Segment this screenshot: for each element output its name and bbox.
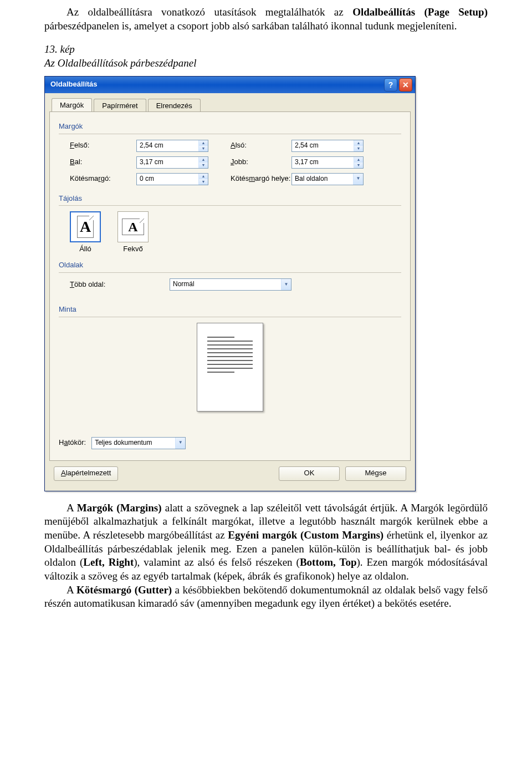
label-gutter-pos: Kötésmargó helye: <box>208 174 291 184</box>
tab-panel-margins: Margók Felső: 2,54 cm ▲▼ Alsó: 2,54 cm ▲… <box>49 111 411 461</box>
select-multi-pages[interactable]: Normál ▼ <box>170 278 291 291</box>
dialog-titlebar[interactable]: Oldalbeállítás ? ✕ <box>45 77 415 93</box>
input-bottom-margin[interactable]: 2,54 cm ▲▼ <box>291 140 364 152</box>
label-bottom: Alsó: <box>208 141 291 150</box>
chevron-down-icon[interactable]: ▼ <box>281 279 291 290</box>
spin-up-icon[interactable]: ▲ <box>199 174 208 179</box>
close-icon[interactable]: ✕ <box>399 78 412 92</box>
orientation-landscape[interactable]: A Fekvő <box>117 211 149 254</box>
chevron-down-icon[interactable]: ▼ <box>175 438 185 449</box>
spin-up-icon[interactable]: ▲ <box>354 157 363 163</box>
select-scope[interactable]: Teljes dokumentum ▼ <box>91 437 186 449</box>
paragraph-1: Az oldalbeállításra vonatkozó utasítások… <box>44 6 488 33</box>
spin-down-icon[interactable]: ▼ <box>199 163 208 168</box>
page-preview-icon <box>197 323 263 412</box>
spin-up-icon[interactable]: ▲ <box>199 140 208 146</box>
chevron-down-icon[interactable]: ▼ <box>353 174 363 185</box>
dialog-title: Oldalbeállítás <box>50 80 382 89</box>
paragraph-2: A Margók (Margins) alatt a szövegnek a l… <box>44 501 488 583</box>
ok-button[interactable]: OK <box>279 466 340 481</box>
section-orientation-label: Tájolás <box>59 194 401 204</box>
tab-margins[interactable]: Margók <box>52 98 92 113</box>
input-top-margin[interactable]: 2,54 cm ▲▼ <box>136 140 208 152</box>
label-multi-pages: Több oldal: <box>70 280 170 290</box>
figure-caption: 13. kép Az Oldalbeállítások párbeszédpan… <box>44 43 488 70</box>
input-gutter[interactable]: 0 cm ▲▼ <box>136 173 208 185</box>
section-margins-label: Margók <box>59 122 401 131</box>
paragraph-3: A Kötésmargó (Gutter) a későbbiekben bek… <box>44 583 488 611</box>
input-left-margin[interactable]: 3,17 cm ▲▼ <box>136 156 208 169</box>
label-scope: Hatókör: <box>59 438 86 448</box>
spin-down-icon[interactable]: ▼ <box>354 163 363 168</box>
portrait-icon: A <box>70 211 101 242</box>
spin-up-icon[interactable]: ▲ <box>199 157 208 163</box>
page-setup-dialog: Oldalbeállítás ? ✕ Margók Papírméret Elr… <box>44 76 416 491</box>
input-right-margin[interactable]: 3,17 cm ▲▼ <box>291 156 364 169</box>
tab-strip: Margók Papírméret Elrendezés <box>49 98 411 112</box>
landscape-icon: A <box>117 211 149 242</box>
spin-up-icon[interactable]: ▲ <box>354 140 363 146</box>
section-pages-label: Oldalak <box>59 261 401 270</box>
spin-down-icon[interactable]: ▼ <box>199 179 208 185</box>
default-button[interactable]: Alapértelmezett <box>54 466 118 481</box>
cancel-button[interactable]: Mégse <box>345 466 406 481</box>
spin-down-icon[interactable]: ▼ <box>199 146 208 151</box>
label-right: Jobb: <box>208 158 291 167</box>
section-preview-label: Minta <box>59 305 401 314</box>
orientation-portrait[interactable]: A Álló <box>70 211 101 254</box>
label-left: Bal: <box>70 158 136 167</box>
select-gutter-position[interactable]: Bal oldalon ▼ <box>291 173 364 185</box>
help-icon[interactable]: ? <box>384 78 397 92</box>
spin-down-icon[interactable]: ▼ <box>354 146 363 151</box>
label-top: Felső: <box>70 141 136 150</box>
label-gutter: Kötésmargó: <box>70 174 136 184</box>
